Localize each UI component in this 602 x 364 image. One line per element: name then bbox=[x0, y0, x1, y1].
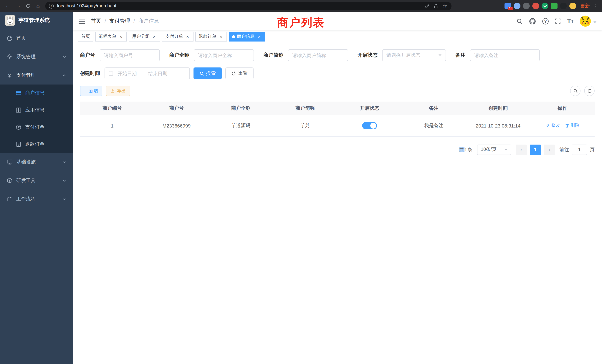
close-icon[interactable]: × bbox=[257, 34, 262, 39]
create-time-range-picker[interactable]: - bbox=[105, 67, 190, 79]
font-size-icon[interactable]: TT bbox=[567, 18, 573, 24]
payment-submenu: 商户信息 应用信息 支付订单 bbox=[0, 85, 73, 153]
end-date-input[interactable] bbox=[144, 71, 172, 76]
browser-back-icon[interactable]: ← bbox=[3, 1, 13, 11]
card-icon bbox=[15, 90, 22, 96]
extension-icon-check[interactable] bbox=[542, 3, 548, 9]
goto-page-input[interactable] bbox=[572, 144, 587, 155]
tab-label: 商户信息 bbox=[237, 33, 255, 40]
sidebar-item-refund-order[interactable]: 退款订单 bbox=[0, 136, 73, 153]
sidebar-item-workflow[interactable]: 工作流程 bbox=[0, 190, 73, 208]
next-glyph: › bbox=[548, 146, 550, 153]
browser-menu-icon[interactable]: ⋮ bbox=[593, 3, 598, 9]
col-merchant-id: 商户编号 bbox=[80, 102, 144, 115]
url-bar[interactable]: i localhost:1024/pay/merchant ☆ bbox=[45, 2, 452, 10]
chevron-down-icon bbox=[62, 55, 66, 59]
refresh-table-button[interactable] bbox=[584, 86, 595, 96]
delete-label: 删除 bbox=[570, 122, 579, 129]
delete-button[interactable]: 删除 bbox=[565, 122, 579, 129]
select-placeholder: 请选择开启状态 bbox=[387, 52, 438, 59]
sidebar-item-label: 首页 bbox=[16, 35, 26, 42]
extension-icon-red[interactable] bbox=[532, 3, 539, 9]
page-size-select[interactable]: 10条/页 bbox=[477, 144, 511, 155]
tab-user-group[interactable]: 用户分组× bbox=[129, 32, 160, 41]
next-page-button[interactable]: › bbox=[544, 144, 555, 155]
sidebar-item-system[interactable]: 系统管理 bbox=[0, 47, 73, 66]
browser-refresh-icon[interactable] bbox=[23, 1, 33, 11]
breadcrumb-home[interactable]: 首页 bbox=[91, 18, 101, 24]
extension-icon-note[interactable] bbox=[551, 3, 558, 9]
status-select[interactable]: 请选择开启状态 bbox=[382, 49, 446, 61]
export-button[interactable]: 导出 bbox=[106, 86, 130, 96]
sidebar-item-label: 商户信息 bbox=[25, 90, 44, 96]
close-icon[interactable]: × bbox=[218, 34, 224, 39]
extension-icon-grid[interactable]: 10 bbox=[505, 3, 511, 9]
full-name-input[interactable] bbox=[194, 49, 254, 61]
sidebar-item-pay-order[interactable]: 支付订单 bbox=[0, 119, 73, 136]
tab-merchant-info[interactable]: 商户信息× bbox=[229, 32, 265, 41]
start-date-input[interactable] bbox=[113, 71, 141, 76]
close-icon[interactable]: × bbox=[185, 34, 190, 39]
col-short-name: 商户简称 bbox=[273, 102, 337, 115]
password-key-icon[interactable] bbox=[423, 2, 431, 10]
status-toggle[interactable] bbox=[362, 122, 377, 129]
tab-pay-order[interactable]: 支付订单× bbox=[162, 32, 194, 41]
url-text: localhost:1024/pay/merchant bbox=[57, 3, 423, 9]
github-icon[interactable] bbox=[529, 18, 536, 25]
tab-refund-order[interactable]: 退款订单× bbox=[195, 32, 227, 41]
col-actions: 操作 bbox=[530, 102, 595, 115]
col-remark: 备注 bbox=[402, 102, 466, 115]
sidebar-item-dev-tools[interactable]: 研发工具 bbox=[0, 171, 73, 190]
sidebar-item-app-info[interactable]: 应用信息 bbox=[0, 102, 73, 119]
filter-create-time: 创建时间 - bbox=[80, 67, 190, 79]
toolbar: + 新增 导出 bbox=[80, 86, 595, 96]
close-icon[interactable]: × bbox=[152, 34, 157, 39]
prev-page-button[interactable]: ‹ bbox=[516, 144, 527, 155]
user-avatar[interactable] bbox=[580, 16, 591, 27]
search-icon[interactable] bbox=[516, 18, 523, 24]
extension-icon-drop[interactable] bbox=[514, 3, 520, 9]
sidebar-item-merchant-info[interactable]: 商户信息 bbox=[0, 85, 73, 102]
browser-home-icon[interactable]: ⌂ bbox=[33, 1, 43, 11]
content: 商户号 商户全称 商户简称 开启状态 请选择开启状态 bbox=[73, 43, 602, 364]
help-icon[interactable]: ? bbox=[542, 18, 549, 24]
chrome-update-button[interactable]: 更新 bbox=[580, 3, 590, 9]
sidebar-item-home[interactable]: 首页 bbox=[0, 29, 73, 47]
plus-icon: + bbox=[85, 88, 87, 93]
extension-badge: 10 bbox=[508, 7, 513, 10]
browser-forward-icon[interactable]: → bbox=[13, 1, 23, 11]
tab-home[interactable]: 首页 bbox=[78, 32, 93, 41]
close-icon[interactable]: × bbox=[118, 34, 123, 39]
star-glyph: ☆ bbox=[442, 3, 447, 9]
merchant-no-input[interactable] bbox=[99, 49, 160, 61]
logo[interactable]: 芋道管理系统 bbox=[0, 12, 73, 29]
toggle-search-button[interactable] bbox=[570, 86, 580, 96]
share-icon[interactable] bbox=[431, 2, 440, 10]
site-info-icon[interactable]: i bbox=[49, 3, 54, 8]
sidebar-item-infrastructure[interactable]: 基础设施 bbox=[0, 153, 73, 171]
yen-icon: ¥ bbox=[6, 72, 13, 78]
sidebar-item-label: 支付管理 bbox=[16, 72, 36, 79]
remark-input[interactable] bbox=[470, 49, 539, 61]
breadcrumb-payment[interactable]: 支付管理 bbox=[109, 18, 130, 24]
edit-button[interactable]: 修改 bbox=[546, 122, 560, 129]
fullscreen-icon[interactable] bbox=[555, 18, 561, 24]
search-button[interactable]: 搜索 bbox=[194, 67, 222, 79]
filter-row-2: 创建时间 - 搜索 bbox=[80, 67, 595, 79]
page: ← → ⌂ i localhost:1024/pay/merchant ☆ 10 bbox=[0, 0, 602, 364]
extension-icon-dark[interactable] bbox=[560, 3, 567, 9]
avatar-caret-icon[interactable] bbox=[593, 21, 596, 24]
breadcrumb-separator: / bbox=[105, 18, 106, 24]
extension-icon-gray[interactable] bbox=[523, 3, 530, 9]
navbar-actions: ? TT bbox=[510, 16, 596, 27]
short-name-input[interactable] bbox=[288, 49, 348, 61]
tags-view: 首页 流程表单× 用户分组× 支付订单× 退款订单× 商户信息× bbox=[73, 30, 602, 43]
bookmark-star-icon[interactable]: ☆ bbox=[440, 2, 449, 10]
hamburger-icon[interactable] bbox=[78, 18, 85, 24]
tab-process-form[interactable]: 流程表单× bbox=[95, 32, 127, 41]
add-button[interactable]: + 新增 bbox=[80, 86, 102, 96]
reset-button[interactable]: 重置 bbox=[225, 67, 254, 79]
page-1-button[interactable]: 1 bbox=[530, 144, 541, 155]
sidebar-item-payment[interactable]: ¥ 支付管理 bbox=[0, 66, 73, 85]
extension-icon-smiley[interactable] bbox=[569, 3, 576, 9]
